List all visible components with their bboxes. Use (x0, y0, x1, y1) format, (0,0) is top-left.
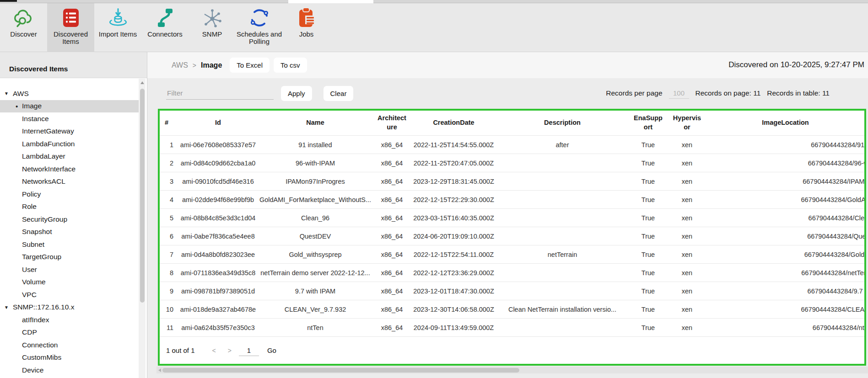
scroll-left-arrow-icon[interactable] (158, 368, 161, 372)
table-row[interactable]: 2 ami-0d84c09d662cba1a0 96-with-IPAM x86… (160, 154, 864, 172)
column-header[interactable]: Architecture (372, 114, 411, 132)
table-row[interactable]: 9 ami-098781bf97389051d 9.7 with IPAM x8… (160, 282, 864, 300)
clear-button[interactable]: Clear (323, 86, 354, 101)
horizontal-scrollbar-thumb[interactable] (162, 368, 519, 373)
to-csv-button[interactable]: To csv (274, 58, 307, 73)
sidebar-item-atifindex[interactable]: ▼ • atIfIndex (0, 314, 139, 326)
page-number-input[interactable] (239, 345, 259, 356)
sidebar-item-connection[interactable]: ▼ • Connection (0, 339, 139, 351)
tree-item-label: LambdaLayer (22, 152, 65, 160)
table-row[interactable]: 10 ami-018de9a327ab4678e CLEAN_Ver_9.7.9… (160, 300, 864, 318)
cell-architecture: x86_64 (372, 214, 411, 222)
sidebar-item-custommibs[interactable]: ▼ • CustomMibs (0, 351, 139, 364)
discovered-on-timestamp: Discovered on 10-20-2025, 9:27:47 PM (728, 60, 864, 69)
cell-creationdate: 2022-11-25T14:54:55.000Z (411, 141, 496, 149)
table-row[interactable]: 11 ami-0a624b35f57e350c3 ntTen x86_64 20… (160, 318, 864, 336)
main-content: AWS > Image To Excel To csv Discovered o… (147, 52, 868, 378)
sidebar-item-networksacl[interactable]: ▼ • NetworksACL (0, 176, 139, 188)
sidebar-item-cdp[interactable]: ▼ • CDP (0, 326, 139, 339)
sidebar-item-role[interactable]: ▼ • Role (0, 201, 139, 213)
sidebar-item-policy[interactable]: ▼ • Policy (0, 188, 139, 201)
toolbar-item-jobs-clipboard[interactable]: Jobs (283, 3, 330, 52)
cell-architecture: x86_64 (372, 233, 411, 240)
column-header[interactable]: CreationDate (411, 118, 496, 128)
column-header[interactable]: ImageLocation (706, 118, 864, 128)
toolbar-item-snmp-hub[interactable]: SNMP (189, 3, 236, 52)
sidebar: Discovered Items ▼ • AWS ▼ • Image ▼ • I… (0, 52, 147, 378)
cell-architecture: x86_64 (372, 141, 411, 149)
cell-index: 9 (160, 287, 178, 295)
toolbar-item-connectors-cable[interactable]: Connectors (141, 3, 189, 52)
sidebar-item-internetgateway[interactable]: ▼ • InternetGateway (0, 125, 139, 138)
toolbar-item-discover-cloud-search[interactable]: Discover (0, 3, 47, 52)
sidebar-item-networkinterface[interactable]: ▼ • NetworkInterface (0, 163, 139, 176)
horizontal-scrollbar[interactable] (156, 367, 868, 373)
sidebar-item-aws[interactable]: ▼ • AWS (0, 87, 139, 100)
cell-creationdate: 2022-12-12T23:36:29.000Z (411, 269, 496, 277)
tree-item-label: LambdaFunction (22, 140, 75, 148)
column-header[interactable]: Description (496, 118, 629, 128)
toolbar-item-import-items[interactable]: Import Items (94, 3, 141, 52)
table-row[interactable]: 6 ami-0abe7f836ca5e4ee8 QuestDEV x86_64 … (160, 227, 864, 245)
breadcrumb-bar: AWS > Image To Excel To csv Discovered o… (147, 52, 868, 78)
next-page-button[interactable]: > (228, 347, 232, 354)
tree-item-label: NetworkInterface (22, 165, 75, 173)
cell-hypervisor: xen (668, 160, 706, 167)
sidebar-item-subnet[interactable]: ▼ • Subnet (0, 238, 139, 251)
chevron-expanded-icon[interactable]: ▼ (4, 91, 13, 96)
records-per-page-input[interactable] (669, 88, 689, 99)
tree-item-label: TargetGroup (22, 253, 61, 261)
breadcrumb-separator: > (193, 62, 196, 69)
sidebar-item-securitygroup[interactable]: ▼ • SecurityGroup (0, 213, 139, 226)
sidebar-item-volume[interactable]: ▼ • Volume (0, 276, 139, 289)
table-row[interactable]: 3 ami-09010fcd5df46e316 IPAMon97InProgre… (160, 172, 864, 190)
cell-architecture: x86_64 (372, 160, 411, 167)
sidebar-item-snmp-172-16-10-x[interactable]: ▼ • SNMP::172.16.10.x (0, 301, 139, 314)
column-header[interactable]: Hypervisor (668, 114, 706, 132)
cell-creationdate: 2022-12-15T22:54:11.000Z (411, 251, 496, 258)
sidebar-scrollbar[interactable] (139, 79, 146, 378)
pagination-summary: 1 out of 1 (166, 346, 195, 354)
toolbar-item-schedules-sync[interactable]: Schedules and Polling (236, 3, 283, 52)
chevron-expanded-icon[interactable]: ▼ (4, 305, 13, 310)
previous-page-button[interactable]: < (212, 347, 216, 354)
sidebar-item-snapshot[interactable]: ▼ • Snapshot (0, 226, 139, 239)
tree-item-label: Volume (22, 278, 46, 286)
column-header[interactable]: Name (258, 118, 372, 128)
column-header[interactable]: Id (178, 118, 258, 128)
go-button[interactable]: Go (267, 346, 276, 354)
cell-index: 7 (160, 251, 178, 258)
filter-input[interactable] (166, 87, 274, 100)
cell-description: netTerrain (496, 251, 629, 258)
column-header[interactable]: # (160, 118, 178, 128)
sidebar-item-device[interactable]: ▼ • Device (0, 364, 139, 377)
snmp-hub-icon (201, 7, 223, 29)
column-header[interactable]: EnaSupport (629, 114, 668, 132)
sidebar-item-user[interactable]: ▼ • User (0, 263, 139, 276)
cell-name: 96-with-IPAM (258, 160, 372, 167)
sidebar-scrollbar-thumb[interactable] (140, 89, 145, 303)
sidebar-item-targetgroup[interactable]: ▼ • TargetGroup (0, 251, 139, 264)
sidebar-item-vpc[interactable]: ▼ • VPC (0, 288, 139, 301)
toolbar-item-discovered-items-list[interactable]: Discovered Items (47, 3, 94, 52)
sidebar-item-instance[interactable]: ▼ • Instance (0, 112, 139, 125)
cell-hypervisor: xen (668, 178, 706, 185)
cell-architecture: x86_64 (372, 251, 411, 258)
import-items-icon (107, 7, 129, 29)
table-row[interactable]: 4 ami-02dde94f68e99bf9b GoldAMI_ForMarke… (160, 190, 864, 208)
sidebar-item-lambdalayer[interactable]: ▼ • LambdaLayer (0, 150, 139, 163)
sidebar-item-image[interactable]: ▼ • Image (0, 100, 139, 113)
sidebar-item-lambdafunction[interactable]: ▼ • LambdaFunction (0, 138, 139, 150)
table-row[interactable]: 8 ami-0711836ea349d35c8 netTerrain demo … (160, 263, 864, 282)
table-row[interactable]: 5 ami-08b84c85e3d3c1d04 Clean_96 x86_64 … (160, 208, 864, 227)
table-row[interactable]: 7 ami-0d4a8b0fd823023ee Gold_withsysprep… (160, 245, 864, 263)
to-excel-button[interactable]: To Excel (230, 58, 270, 73)
cell-id: ami-0d84c09d662cba1a0 (178, 160, 258, 167)
cell-index: 2 (160, 160, 178, 167)
breadcrumb-parent[interactable]: AWS (172, 61, 188, 69)
cell-enasupport: True (629, 141, 668, 149)
apply-button[interactable]: Apply (281, 86, 312, 101)
cell-imagelocation: 667904443284/ntTen (706, 324, 864, 331)
scroll-up-arrow-icon[interactable] (140, 81, 144, 84)
table-row[interactable]: 1 ami-06e7608e085337e57 91 installed x86… (160, 135, 864, 154)
